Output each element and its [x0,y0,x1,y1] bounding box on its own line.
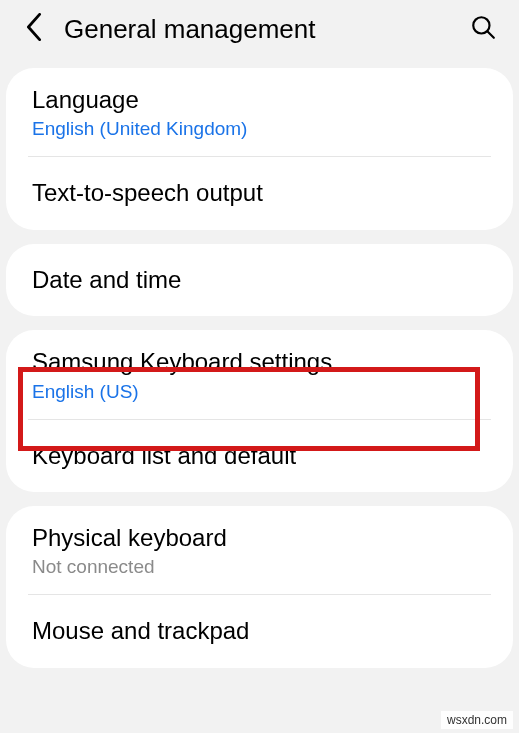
row-subtitle: English (US) [32,381,483,403]
chevron-left-icon [25,13,43,45]
row-text-to-speech[interactable]: Text-to-speech output [6,157,513,229]
settings-group-keyboard: Samsung Keyboard settings English (US) K… [6,330,513,492]
row-title: Text-to-speech output [32,177,483,209]
search-button[interactable] [465,11,501,47]
svg-line-1 [488,32,494,38]
row-title: Mouse and trackpad [32,615,483,647]
search-icon [470,14,496,44]
row-title: Date and time [32,264,483,296]
settings-group-language: Language English (United Kingdom) Text-t… [6,68,513,230]
watermark-label: wsxdn.com [441,711,513,729]
page-title: General management [64,14,465,45]
settings-group-datetime: Date and time [6,244,513,316]
settings-group-input-devices: Physical keyboard Not connected Mouse an… [6,506,513,668]
row-samsung-keyboard-settings[interactable]: Samsung Keyboard settings English (US) [6,330,513,418]
app-header: General management [0,0,519,58]
row-title: Physical keyboard [32,522,483,554]
row-date-and-time[interactable]: Date and time [6,244,513,316]
row-subtitle: Not connected [32,556,483,578]
row-title: Language [32,84,483,116]
row-subtitle: English (United Kingdom) [32,118,483,140]
row-physical-keyboard[interactable]: Physical keyboard Not connected [6,506,513,594]
row-keyboard-list-and-default[interactable]: Keyboard list and default [6,420,513,492]
row-mouse-and-trackpad[interactable]: Mouse and trackpad [6,595,513,667]
row-title: Samsung Keyboard settings [32,346,483,378]
row-language[interactable]: Language English (United Kingdom) [6,68,513,156]
back-button[interactable] [18,13,50,45]
row-title: Keyboard list and default [32,440,483,472]
